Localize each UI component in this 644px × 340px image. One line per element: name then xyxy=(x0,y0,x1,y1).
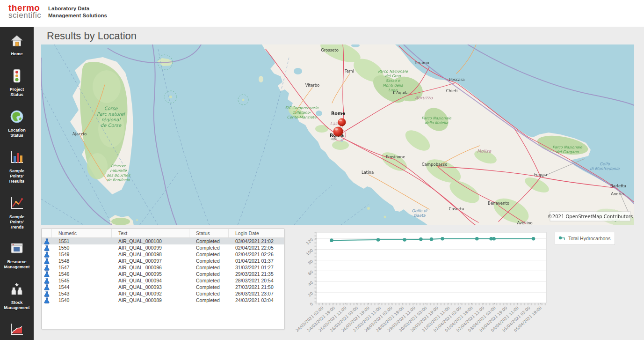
sidebar-item-resource-management[interactable]: Resource Management xyxy=(4,242,29,270)
flask-icon xyxy=(44,245,50,251)
map-label: Campobasso xyxy=(422,162,448,167)
map-label: Abruzzo xyxy=(415,95,433,100)
home-icon xyxy=(10,34,24,49)
table-row[interactable]: 1550AIR_QUAL_000099Completed02/04/2021 2… xyxy=(42,244,284,251)
sidebar-nav: Home Project Status Locat xyxy=(0,27,34,340)
osm-map[interactable]: GrossetoTerniViterboTeramoPescaraL'Aquil… xyxy=(41,44,634,225)
chart-data-point xyxy=(419,237,423,241)
table-cell: 01/04/2021 01:37 xyxy=(229,258,284,264)
table-cell: Completed xyxy=(189,244,229,251)
table-cell: Completed xyxy=(189,290,229,297)
app-title-line1: Laboratory Data xyxy=(48,5,107,12)
sidebar-label: Home xyxy=(11,52,22,57)
table-cell: Completed xyxy=(189,251,229,258)
svg-text:40: 40 xyxy=(307,280,314,287)
table-row[interactable]: 1551AIR_QUAL_000100Completed03/04/2021 2… xyxy=(42,238,284,244)
map-label: Molise xyxy=(477,148,492,154)
results-table-header: Numeric Text Status Login Date xyxy=(42,229,284,238)
table-cell: AIR_QUAL_000089 xyxy=(112,297,189,303)
sidebar-item-location-status[interactable]: Location Status xyxy=(8,110,26,138)
table-row[interactable]: 1543AIR_QUAL_000092Completed26/03/2021 2… xyxy=(42,290,284,297)
flask-icon-cell xyxy=(42,238,52,244)
results-table: Numeric Text Status Login Date 1551AIR_Q… xyxy=(41,229,284,329)
column-header-status[interactable]: Status xyxy=(189,229,229,237)
svg-text:100: 100 xyxy=(305,248,314,256)
window-icon xyxy=(10,242,24,257)
traffic-light-icon xyxy=(12,69,22,85)
table-cell: 02/04/2021 22:05 xyxy=(229,244,284,251)
chart-data-point xyxy=(403,238,406,242)
table-cell: 1545 xyxy=(52,277,112,284)
table-cell: 1543 xyxy=(52,290,112,297)
table-cell: 26/03/2021 23:07 xyxy=(229,290,284,297)
table-row[interactable]: 1548AIR_QUAL_000097Completed01/04/2021 0… xyxy=(42,258,284,264)
column-header-numeric[interactable]: Numeric xyxy=(52,229,112,237)
flask-icon-cell xyxy=(42,278,52,284)
flask-icon xyxy=(44,251,50,258)
sidebar-item-project-status[interactable]: Project Status xyxy=(10,69,24,97)
table-cell: 24/03/2021 03:04 xyxy=(229,297,284,303)
table-row[interactable]: 1549AIR_QUAL_000098Completed02/04/2021 0… xyxy=(42,251,284,258)
table-cell: 29/03/2021 21:35 xyxy=(229,271,284,277)
globe-icon xyxy=(10,110,24,126)
sidebar-label: Sample Points' Trends xyxy=(9,214,24,230)
sidebar-item-stock-management[interactable]: Stock Management xyxy=(4,282,29,310)
table-row[interactable]: 1546AIR_QUAL_000095Completed29/03/2021 2… xyxy=(42,271,284,277)
flask-icon-cell xyxy=(42,297,52,303)
flask-icon xyxy=(44,284,50,290)
app-window: thermo scientific Laboratory Data Manage… xyxy=(0,0,644,340)
table-cell: 27/03/2021 21:50 xyxy=(229,284,284,290)
top-header: thermo scientific Laboratory Data Manage… xyxy=(0,0,644,27)
table-cell: 1548 xyxy=(52,258,112,264)
map-label: Rome xyxy=(331,111,345,116)
flask-icon-cell xyxy=(42,258,52,264)
table-row[interactable]: 1547AIR_QUAL_000096Completed31/03/2021 0… xyxy=(42,264,284,271)
trend-chart-icon xyxy=(10,196,24,212)
chart-legend[interactable]: Total Hydrocarbons xyxy=(555,232,615,245)
thermo-scientific-logo: thermo scientific xyxy=(8,3,41,19)
flask-icon-cell xyxy=(42,284,52,290)
table-row[interactable]: 1544AIR_QUAL_000093Completed27/03/2021 2… xyxy=(42,284,284,290)
trend-chart: 02040608010012024/03/2021 03:0024/03/202… xyxy=(286,229,644,340)
map-label: Andria xyxy=(611,192,624,196)
svg-text:80: 80 xyxy=(307,259,314,266)
sidebar-item-sample-points-trends[interactable]: Sample Points' Trends xyxy=(9,196,24,230)
map-label: Caserta xyxy=(449,207,464,211)
table-cell: AIR_QUAL_000094 xyxy=(112,277,189,284)
chart-data-point xyxy=(330,238,333,242)
bar-chart-icon xyxy=(10,150,24,166)
sidebar-item-performance[interactable]: Performance xyxy=(4,323,29,340)
table-row[interactable]: 1545AIR_QUAL_000094Completed28/03/2021 2… xyxy=(42,277,284,284)
column-header-text[interactable]: Text xyxy=(112,229,189,237)
column-header-login-date[interactable]: Login Date xyxy=(229,229,284,237)
map-view[interactable]: GrossetoTerniViterboTeramoPescaraL'Aquil… xyxy=(41,44,634,225)
table-cell: 1551 xyxy=(52,238,112,244)
table-cell: AIR_QUAL_000096 xyxy=(112,264,189,271)
svg-text:0: 0 xyxy=(309,302,314,307)
table-cell: 02/04/2021 02:26 xyxy=(229,251,284,258)
map-label: Chieti xyxy=(446,89,458,93)
flask-icon-cell xyxy=(42,245,52,251)
chart-data-point xyxy=(430,237,434,241)
map-label: Barletta xyxy=(610,184,626,188)
flask-icon-cell xyxy=(42,271,52,277)
table-row[interactable]: 1540AIR_QUAL_000089Completed24/03/2021 0… xyxy=(42,297,284,303)
sidebar-item-sample-points-results[interactable]: Sample Points' Results xyxy=(9,150,25,184)
legend-marker-icon xyxy=(558,235,566,242)
table-cell: 03/04/2021 21:02 xyxy=(229,238,284,244)
svg-text:20: 20 xyxy=(307,291,314,298)
map-label: Terni xyxy=(344,69,354,74)
column-header-icon[interactable] xyxy=(42,229,52,237)
flask-icon xyxy=(44,258,50,264)
map-label: Latina xyxy=(362,170,374,175)
table-cell: Completed xyxy=(189,264,229,271)
table-cell: Completed xyxy=(189,238,229,244)
map-label: Parco Nazionaledel Gargano xyxy=(552,145,583,154)
svg-text:60: 60 xyxy=(307,269,314,276)
sidebar-item-home[interactable]: Home xyxy=(10,34,24,57)
map-label: Benevento xyxy=(488,201,509,206)
chart-data-point xyxy=(376,238,380,242)
flask-icon xyxy=(44,291,50,297)
map-label: Ajaccio xyxy=(72,132,87,136)
table-cell: Completed xyxy=(189,258,229,264)
